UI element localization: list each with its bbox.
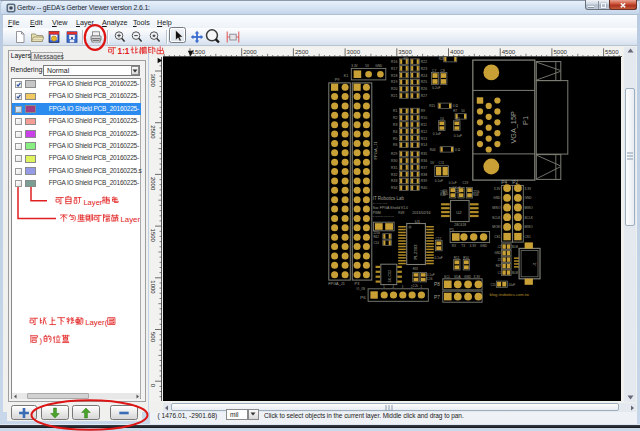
svg-text:3.3V: 3.3V bbox=[494, 187, 501, 191]
svg-text:C5: C5 bbox=[456, 117, 460, 121]
svg-text:R24: R24 bbox=[421, 74, 427, 78]
svg-text:R19: R19 bbox=[391, 81, 397, 85]
svg-text:R39: R39 bbox=[421, 180, 427, 184]
svg-text:GND: GND bbox=[525, 197, 533, 201]
svg-text:L1: L1 bbox=[498, 271, 502, 275]
svg-text:C11: C11 bbox=[439, 162, 445, 166]
svg-text:R33: R33 bbox=[413, 267, 419, 271]
svg-text:CS1: CS1 bbox=[525, 235, 531, 239]
svg-text:2500: 2500 bbox=[150, 125, 156, 139]
svg-text:3000: 3000 bbox=[150, 74, 156, 88]
svg-text:1500: 1500 bbox=[150, 229, 156, 243]
svg-text:R27: R27 bbox=[421, 94, 427, 98]
svg-text:5V: 5V bbox=[365, 64, 370, 68]
svg-text:R35: R35 bbox=[421, 153, 427, 157]
svg-text:0.1uF: 0.1uF bbox=[435, 256, 443, 260]
svg-text:0 Ω: 0 Ω bbox=[453, 104, 459, 108]
svg-text:24LC02: 24LC02 bbox=[388, 270, 392, 283]
svg-text:2000: 2000 bbox=[243, 48, 257, 55]
svg-text:SCLK: SCLK bbox=[492, 216, 501, 220]
svg-text:blog.itrobotics.com.tw: blog.itrobotics.com.tw bbox=[490, 292, 529, 297]
svg-text:22: 22 bbox=[498, 258, 502, 262]
svg-text:BLM: BLM bbox=[512, 271, 518, 275]
svg-text:GND: GND bbox=[375, 64, 383, 68]
svg-text:SCLK: SCLK bbox=[525, 216, 534, 220]
svg-text:0.1uF: 0.1uF bbox=[433, 132, 441, 136]
svg-text:GND: GND bbox=[480, 244, 488, 248]
svg-text:GND: GND bbox=[493, 197, 501, 201]
svg-text:R47: R47 bbox=[496, 265, 502, 269]
svg-text:MISO: MISO bbox=[492, 206, 501, 210]
svg-text:R25: R25 bbox=[421, 81, 427, 85]
svg-text:FPGA_J1: FPGA_J1 bbox=[328, 282, 344, 286]
svg-text:3500: 3500 bbox=[398, 48, 412, 55]
svg-text:4500: 4500 bbox=[502, 48, 516, 55]
svg-text:3000: 3000 bbox=[347, 48, 361, 55]
svg-text:2500: 2500 bbox=[295, 48, 309, 55]
svg-text:R38: R38 bbox=[421, 173, 427, 177]
svg-text:0: 0 bbox=[150, 384, 156, 388]
svg-text:P1: P1 bbox=[521, 116, 530, 125]
svg-text:P6: P6 bbox=[360, 295, 366, 300]
svg-text:R14: R14 bbox=[421, 144, 427, 148]
svg-text:R48: R48 bbox=[473, 194, 479, 198]
svg-text:10uF: 10uF bbox=[508, 284, 515, 288]
svg-text:P7: P7 bbox=[434, 295, 440, 300]
svg-text:R16: R16 bbox=[391, 60, 397, 64]
svg-text:R40: R40 bbox=[421, 187, 427, 191]
svg-text:1500: 1500 bbox=[192, 48, 206, 55]
svg-text:P3: P3 bbox=[355, 282, 360, 286]
svg-text:2000: 2000 bbox=[150, 177, 156, 191]
svg-text:0.1uF: 0.1uF bbox=[435, 179, 443, 183]
svg-text:50: 50 bbox=[461, 110, 465, 114]
svg-text:R1: R1 bbox=[393, 110, 397, 114]
svg-text:MOSI: MOSI bbox=[492, 226, 500, 230]
svg-text:R5: R5 bbox=[393, 137, 397, 141]
svg-text:R37: R37 bbox=[421, 166, 427, 170]
svg-text:P8: P8 bbox=[434, 283, 440, 288]
svg-text:4000: 4000 bbox=[450, 48, 464, 55]
svg-text:R23: R23 bbox=[421, 67, 427, 71]
svg-text:J1: J1 bbox=[533, 263, 537, 267]
svg-text:FPGA_J1: FPGA_J1 bbox=[373, 141, 378, 160]
svg-text:5500: 5500 bbox=[605, 48, 619, 55]
svg-text:C6: C6 bbox=[440, 117, 444, 121]
svg-text:R34: R34 bbox=[391, 187, 397, 191]
svg-text:C15: C15 bbox=[491, 283, 497, 287]
svg-text:BLM: BLM bbox=[512, 245, 518, 249]
svg-text:R7: R7 bbox=[453, 110, 457, 114]
svg-text:500: 500 bbox=[150, 332, 156, 343]
svg-text:R2: R2 bbox=[393, 117, 397, 121]
svg-text:R26: R26 bbox=[421, 88, 427, 92]
svg-text:Soc FPGA Shield V1.0: Soc FPGA Shield V1.0 bbox=[373, 206, 408, 210]
svg-text:5000: 5000 bbox=[553, 48, 567, 55]
svg-text:R9: R9 bbox=[421, 110, 425, 114]
svg-text:IT Robotics Lab: IT Robotics Lab bbox=[373, 197, 405, 202]
svg-text:330: 330 bbox=[403, 57, 408, 61]
svg-text:R44: R44 bbox=[430, 148, 436, 152]
svg-text:R15: R15 bbox=[429, 104, 435, 108]
svg-text:R13: R13 bbox=[421, 137, 427, 141]
svg-text:220k: 220k bbox=[374, 231, 381, 235]
svg-text:R31: R31 bbox=[391, 166, 397, 170]
svg-text:5V: 5V bbox=[430, 162, 435, 166]
svg-text:R29: R29 bbox=[391, 153, 397, 157]
svg-text:2.2k: 2.2k bbox=[413, 284, 419, 288]
svg-text:R18: R18 bbox=[391, 74, 397, 78]
svg-text:R6: R6 bbox=[393, 144, 397, 148]
svg-text:R20: R20 bbox=[391, 88, 397, 92]
svg-text:R12: R12 bbox=[421, 130, 427, 134]
svg-text:R17: R17 bbox=[391, 67, 397, 71]
svg-text:P9: P9 bbox=[335, 78, 340, 82]
svg-text:R45: R45 bbox=[443, 193, 449, 197]
svg-text:C16: C16 bbox=[427, 277, 433, 281]
svg-text:0 Ω: 0 Ω bbox=[455, 148, 461, 152]
svg-text:28C618: 28C618 bbox=[454, 223, 466, 227]
svg-text:R22: R22 bbox=[421, 60, 427, 64]
svg-text:R11: R11 bbox=[421, 123, 427, 127]
svg-text:R32: R32 bbox=[391, 173, 397, 177]
svg-text:IO_ON: IO_ON bbox=[357, 288, 365, 292]
svg-text:U2: U2 bbox=[456, 210, 462, 215]
svg-text:2013/02/16: 2013/02/16 bbox=[412, 211, 430, 215]
svg-text:3.3V: 3.3V bbox=[351, 64, 358, 68]
